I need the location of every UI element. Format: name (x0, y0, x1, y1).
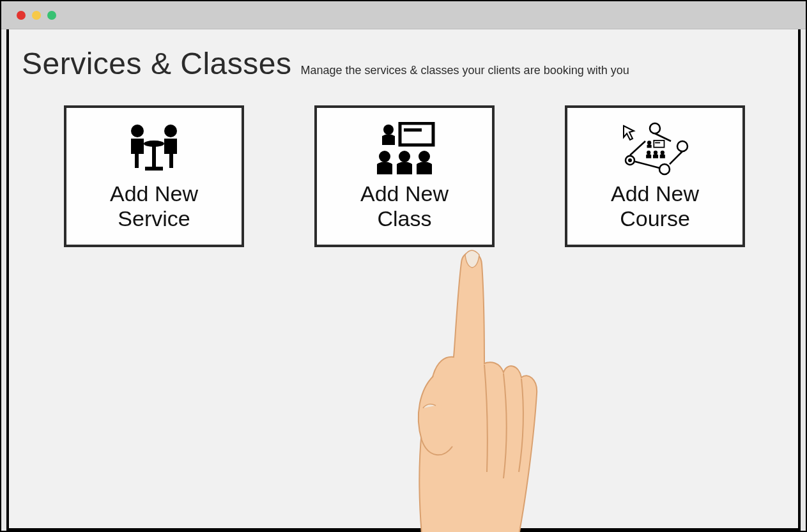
add-course-label: Add New Course (611, 181, 699, 231)
class-icon (369, 121, 440, 178)
add-course-card[interactable]: Add New Course (565, 105, 745, 247)
svg-point-9 (399, 151, 410, 162)
page-content: Services & Classes Manage the services &… (6, 29, 801, 531)
svg-point-4 (164, 125, 177, 137)
svg-point-23 (647, 151, 650, 155)
svg-point-8 (379, 151, 390, 162)
svg-rect-1 (152, 144, 156, 168)
svg-point-3 (131, 125, 144, 137)
svg-rect-21 (654, 141, 664, 148)
add-service-label: Add New Service (110, 181, 198, 231)
close-window-dot[interactable] (17, 11, 26, 20)
add-class-card[interactable]: Add New Class (314, 105, 495, 247)
svg-rect-6 (400, 123, 433, 145)
svg-point-10 (419, 151, 430, 162)
page-title: Services & Classes (22, 46, 291, 81)
add-class-label: Add New Class (360, 181, 449, 231)
svg-point-5 (383, 125, 394, 135)
svg-line-16 (670, 151, 682, 164)
svg-point-24 (654, 151, 657, 155)
add-service-card[interactable]: Add New Service (64, 105, 244, 247)
svg-rect-7 (404, 128, 422, 132)
svg-point-11 (650, 123, 660, 133)
svg-rect-2 (145, 167, 163, 171)
svg-line-18 (630, 141, 645, 155)
svg-point-12 (677, 141, 688, 151)
svg-line-17 (635, 162, 659, 168)
svg-rect-22 (655, 142, 660, 144)
minimize-window-dot[interactable] (32, 11, 41, 20)
page-subtitle: Manage the services & classes your clien… (300, 64, 629, 77)
cards-row: Add New Service (22, 105, 785, 247)
svg-point-20 (647, 141, 651, 144)
svg-point-13 (659, 164, 670, 174)
course-network-icon (620, 121, 690, 178)
maximize-window-dot[interactable] (47, 11, 56, 20)
meeting-icon (122, 121, 186, 178)
app-window: Services & Classes Manage the services &… (0, 0, 807, 532)
page-header: Services & Classes Manage the services &… (22, 46, 785, 81)
svg-point-19 (628, 158, 632, 162)
pointing-hand-illustration (391, 217, 544, 532)
titlebar (1, 1, 806, 29)
svg-point-25 (661, 151, 665, 155)
